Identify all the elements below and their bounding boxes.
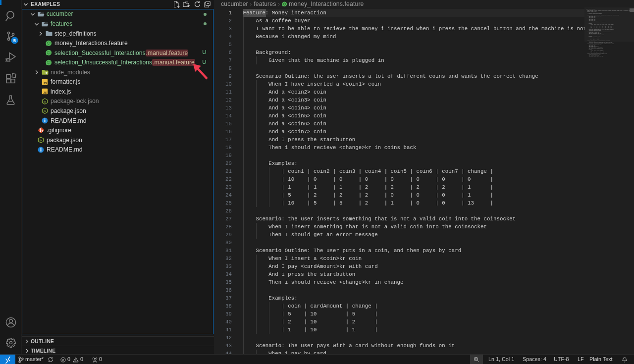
svg-text:js: js [43, 100, 46, 103]
svg-text:JS: JS [43, 81, 47, 84]
svg-text:JS: JS [43, 91, 47, 94]
svg-text:js: js [39, 139, 42, 142]
svg-text:5: 5 [13, 38, 16, 43]
svg-text:js: js [43, 109, 46, 112]
